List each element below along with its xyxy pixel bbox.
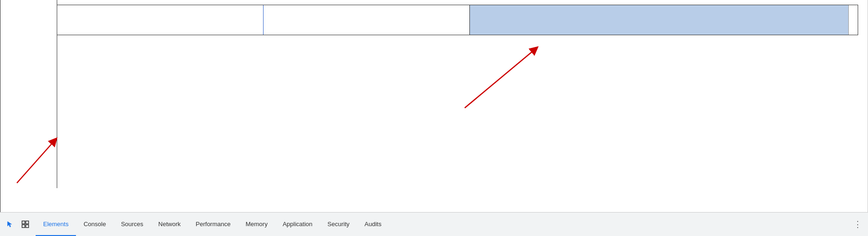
tab-elements[interactable]: Elements — [36, 213, 76, 236]
tab-sources[interactable]: Sources — [113, 213, 151, 236]
tab-security[interactable]: Security — [320, 213, 357, 236]
main-content — [0, 0, 868, 212]
cursor-icon-button[interactable] — [4, 218, 17, 231]
tab-application[interactable]: Application — [275, 213, 320, 236]
inspect-element-icon-button[interactable] — [19, 218, 32, 231]
table-cell-2 — [264, 5, 470, 35]
tab-performance[interactable]: Performance — [188, 213, 238, 236]
svg-line-0 — [17, 141, 54, 183]
svg-line-1 — [465, 49, 535, 108]
tab-audits[interactable]: Audits — [357, 213, 389, 236]
devtools-tabs: Elements Console Sources Network Perform… — [36, 213, 389, 236]
table-cell-3 — [470, 5, 848, 35]
table-cell-4 — [848, 5, 858, 35]
tab-console[interactable]: Console — [76, 213, 113, 236]
svg-rect-5 — [26, 225, 29, 228]
svg-rect-2 — [22, 221, 25, 224]
tab-memory[interactable]: Memory — [238, 213, 275, 236]
more-options-button[interactable]: ⋮ — [851, 218, 864, 231]
tab-network[interactable]: Network — [151, 213, 189, 236]
top-table — [57, 5, 858, 35]
table-cell-1 — [57, 5, 264, 35]
svg-rect-3 — [26, 221, 29, 224]
annotation-arrow-1 — [8, 131, 64, 188]
devtools-icons-group — [4, 218, 32, 231]
devtools-more-section: ⋮ — [851, 218, 864, 231]
svg-rect-4 — [22, 225, 25, 228]
devtools-bar: Elements Console Sources Network Perform… — [0, 212, 868, 236]
annotation-arrow-2 — [455, 40, 549, 115]
